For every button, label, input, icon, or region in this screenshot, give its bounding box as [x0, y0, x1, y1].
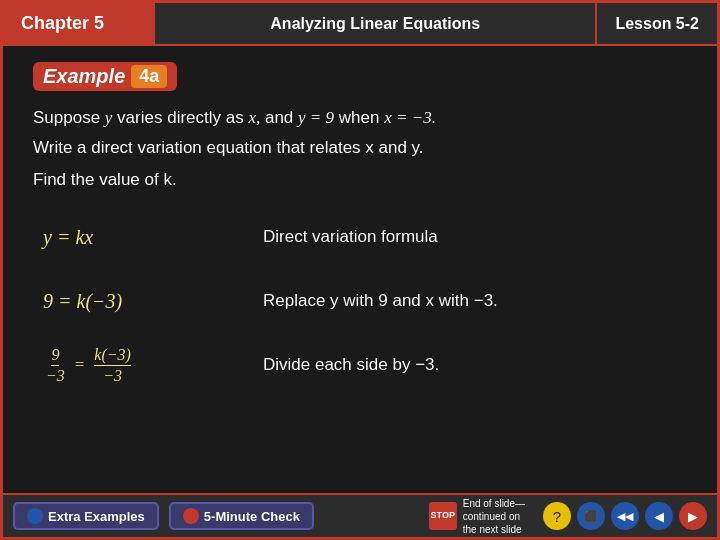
end-of-slide: STOP End of slide— continued on the next…: [429, 497, 525, 536]
end-slide-text: End of slide— continued on the next slid…: [463, 497, 525, 536]
formula-2-text: 9 = k(−3): [43, 290, 122, 313]
prob-xval: x = −3.: [384, 108, 436, 127]
lesson-tab: Lesson 5-2: [595, 3, 717, 44]
top-bar: Chapter 5 Analyzing Linear Equations Les…: [3, 3, 717, 46]
five-minute-label: 5-Minute Check: [204, 509, 300, 524]
desc-2-text: Replace y with 9 and x with −3.: [263, 291, 498, 310]
frac-right: k(−3) −3: [94, 346, 131, 385]
extra-examples-button[interactable]: Extra Examples: [13, 502, 159, 530]
end-text-line1: End of slide—: [463, 498, 525, 509]
bottom-left: Extra Examples 5-Minute Check: [13, 502, 314, 530]
five-minute-check-button[interactable]: 5-Minute Check: [169, 502, 314, 530]
end-text-line2: continued on: [463, 511, 520, 522]
prob-when: when: [334, 108, 384, 127]
step-desc-3: Divide each side by −3.: [233, 355, 687, 375]
problem-line2: Write a direct variation equation that r…: [33, 135, 687, 161]
step-formula-1: y = kx: [33, 226, 233, 249]
steps-area: y = kx Direct variation formula 9 = k(−3…: [33, 208, 687, 483]
forward-button[interactable]: ▶: [679, 502, 707, 530]
stop-sign: STOP: [429, 502, 457, 530]
prob-line2-text: Write a direct variation equation that r…: [33, 138, 424, 157]
example-number: 4a: [131, 65, 167, 88]
chapter-tab: Chapter 5: [3, 3, 155, 44]
problem-line1: Suppose y varies directly as x, and y = …: [33, 105, 687, 131]
bottom-bar: Extra Examples 5-Minute Check STOP End o…: [3, 493, 717, 537]
page-wrapper: Chapter 5 Analyzing Linear Equations Les…: [0, 0, 720, 540]
extra-examples-icon: [27, 508, 43, 524]
stop-label: STOP: [431, 511, 455, 521]
lesson-label: Lesson 5-2: [615, 15, 699, 33]
formula-1-text: y = kx: [43, 226, 93, 249]
frac-left: 9 −3: [46, 346, 65, 385]
chapter-title: Analyzing Linear Equations: [155, 3, 595, 44]
chapter-label: Chapter 5: [21, 13, 104, 34]
step-row-3: 9 −3 = k(−3) −3 Divide each side by −3.: [33, 336, 687, 394]
find-line: Find the value of k.: [33, 170, 687, 190]
prob-x: x,: [248, 108, 260, 127]
extra-examples-label: Extra Examples: [48, 509, 145, 524]
bottom-right: ? ⬛ ◀◀ ◀ ▶: [543, 502, 707, 530]
example-badge-row: Example 4a: [33, 62, 687, 91]
example-badge: Example 4a: [33, 62, 177, 91]
bottom-right-group: STOP End of slide— continued on the next…: [429, 497, 707, 536]
desc-1-text: Direct variation formula: [263, 227, 438, 246]
end-text-line3: the next slide: [463, 524, 522, 535]
skip-back-button[interactable]: ◀◀: [611, 502, 639, 530]
main-content: Example 4a Suppose y varies directly as …: [3, 46, 717, 493]
step-formula-2: 9 = k(−3): [33, 290, 233, 313]
prob-and: and: [260, 108, 298, 127]
chapter-title-text: Analyzing Linear Equations: [270, 15, 480, 33]
menu-button[interactable]: ⬛: [577, 502, 605, 530]
prob-pre: Suppose: [33, 108, 105, 127]
find-text: Find the value of k.: [33, 170, 177, 189]
prob-eq: y = 9: [298, 108, 334, 127]
help-button[interactable]: ?: [543, 502, 571, 530]
example-label: Example: [43, 65, 125, 88]
step-row-2: 9 = k(−3) Replace y with 9 and x with −3…: [33, 272, 687, 330]
desc-3-text: Divide each side by −3.: [263, 355, 439, 374]
step-desc-1: Direct variation formula: [233, 227, 687, 247]
five-minute-icon: [183, 508, 199, 524]
step-desc-2: Replace y with 9 and x with −3.: [233, 291, 687, 311]
step-row-1: y = kx Direct variation formula: [33, 208, 687, 266]
step-formula-3: 9 −3 = k(−3) −3: [33, 346, 233, 385]
prob-mid: varies directly as: [112, 108, 248, 127]
back-button[interactable]: ◀: [645, 502, 673, 530]
